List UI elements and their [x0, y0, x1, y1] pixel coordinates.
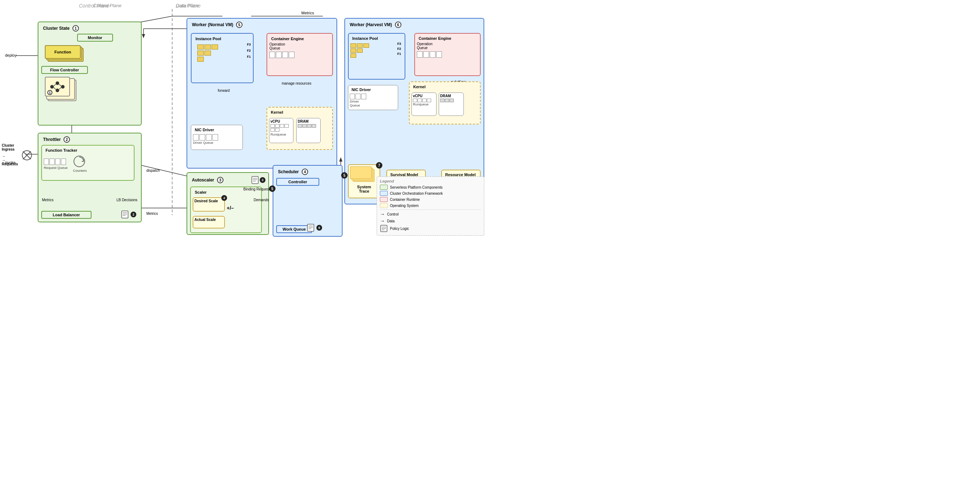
arrow-data-icon: →	[380, 218, 385, 224]
ingress-router	[22, 150, 32, 161]
svg-point-32	[56, 89, 59, 92]
legend-color-cluster	[380, 191, 388, 196]
scheduler-box: Scheduler 4 Controller Binding Requests …	[273, 165, 342, 237]
svg-line-34	[54, 84, 56, 86]
legend-label-container: Container Runtime	[390, 198, 420, 202]
driver-queue-label-harvest: DriverQueue	[350, 99, 396, 107]
dram-label: DRAM	[298, 119, 319, 123]
container-engine-normal: Container Engine OperationQueue	[267, 33, 333, 76]
autoscaler-badge: 3	[217, 177, 223, 183]
desired-scale-box: Desired Scale 4	[192, 197, 225, 211]
badge-5-harvest: 5	[341, 172, 348, 179]
instance-pool-normal: Instance Pool F3 F2 F1	[191, 33, 254, 83]
requests-label: →→Requests	[2, 154, 18, 166]
svg-line-36	[59, 84, 61, 86]
container-engine-harvest: Container Engine OperationQueue	[414, 33, 480, 76]
svg-rect-50	[307, 224, 314, 231]
dram-harvest: DRAM	[439, 92, 464, 116]
binding-requests-label: Binding Requests	[243, 187, 272, 191]
cluster-ingress-container: ClusterIngress	[2, 143, 15, 153]
h-f2-row: F2	[350, 48, 403, 53]
driver-queue-harvest	[350, 94, 396, 99]
badge-7: 7	[376, 162, 382, 169]
nic-driver-harvest: NIC Driver DriverQueue	[348, 85, 398, 110]
legend-data-arrow: → Data	[380, 218, 481, 224]
instance-pool-harvest-title: Instance Pool	[350, 35, 403, 41]
request-queue-cells	[44, 159, 68, 165]
cluster-ingress-label: ClusterIngress	[2, 143, 15, 151]
nic-driver-normal-title: NIC Driver	[193, 127, 241, 133]
cluster-state-title: Cluster State	[41, 25, 72, 32]
function-tracker-title: Function Tracker	[44, 148, 132, 153]
legend-policy-label: Policy Logic	[390, 227, 409, 231]
f1-row: F1	[197, 57, 251, 62]
dispatch-label: dispatch	[146, 169, 160, 173]
scaler-box: Scaler Desired Scale 4 +/– Actual Scale	[190, 186, 262, 233]
monitor-box: Monitor	[77, 34, 113, 41]
queue-cell-3	[55, 159, 60, 165]
legend-label-cluster: Cluster Orchestration Framework	[390, 191, 443, 196]
driver-queue-label-normal: Driver Queue	[193, 141, 241, 145]
dag-box: 1	[45, 77, 70, 97]
lb-decisions-label: LB Decisions	[116, 198, 137, 202]
load-balancer-container: Load Balancer 2	[41, 211, 138, 219]
kernel-harvest-title: Kernel	[412, 84, 478, 90]
container-engine-harvest-title: Container Engine	[417, 35, 478, 41]
badge-4-filled: 4	[221, 195, 227, 201]
driver-queue-normal	[193, 134, 241, 141]
dag-container: 1	[45, 77, 142, 97]
request-queue-label: Request Queue	[44, 166, 68, 170]
runqueue-harvest: Runqueue	[413, 102, 435, 106]
autoscaler-box: Autoscaler 3 3 Scaler Desired Scale 4	[186, 172, 269, 235]
legend-data-label: Data	[387, 219, 395, 223]
plus-minus-label: +/–	[227, 205, 234, 211]
function-box: Function	[45, 45, 81, 59]
throttler-box: Throttler 2 Function Tracker Request Que…	[38, 133, 142, 223]
legend-color-os	[380, 203, 388, 208]
system-trace-title: System Trace	[350, 184, 378, 194]
demands-label: Demands	[254, 198, 269, 202]
counters-label: Counters	[73, 169, 87, 173]
metrics-label-top: Metrics	[301, 11, 314, 15]
counters-icon	[73, 155, 86, 168]
data-plane-label: Data Plane	[176, 3, 200, 9]
queue-cell-4	[61, 159, 66, 165]
instance-pool-harvest: Instance Pool F3 F2 F1	[348, 33, 405, 80]
container-engine-normal-title: Container Engine	[269, 36, 330, 41]
legend-color-container	[380, 197, 388, 202]
svg-line-37	[59, 87, 61, 89]
badge-6-filled: 6	[317, 225, 322, 231]
legend-color-serverless	[380, 185, 388, 190]
svg-rect-46	[252, 176, 258, 184]
ingress-icon	[22, 150, 32, 161]
svg-point-33	[61, 85, 65, 89]
dram-harvest-label: DRAM	[440, 94, 462, 98]
cluster-state-badge: 1	[72, 25, 79, 32]
badge-5-binding: 5	[269, 185, 275, 192]
throttler-badge: 2	[64, 136, 70, 143]
h-f1-row: F1	[350, 53, 403, 58]
legend-control-label: Control	[387, 212, 399, 216]
metrics-label-throttler: Metrics	[42, 198, 53, 202]
control-plane-label: Control Plane	[79, 3, 110, 9]
policy-icon-3	[251, 176, 259, 184]
policy-icon-2	[121, 210, 129, 219]
autoscaler-policy: 3	[251, 176, 266, 184]
op-queue-cells-normal	[269, 52, 330, 58]
queue-cell-2	[49, 159, 54, 165]
vcpu-normal: vCPU Runqueue	[269, 118, 293, 143]
nic-driver-harvest-title: NIC Driver	[350, 87, 396, 92]
system-trace-box: System Trace 7	[348, 164, 380, 198]
f2-row: F2	[197, 51, 251, 56]
worker-normal-badge: 5	[236, 22, 242, 28]
dram-normal: DRAM	[296, 118, 321, 143]
deploy-label: deploy	[5, 53, 16, 57]
operation-queue-label-normal: OperationQueue	[269, 42, 330, 50]
badge-2-filled: 2	[130, 211, 136, 217]
worker-harvest-badge: 6	[395, 22, 401, 28]
kernel-normal-title: Kernel	[269, 110, 330, 115]
dag-badge: 1	[47, 90, 52, 95]
policy-icon-6	[307, 223, 315, 232]
scheduler-title: Scheduler	[276, 169, 301, 175]
svg-line-35	[54, 87, 56, 89]
